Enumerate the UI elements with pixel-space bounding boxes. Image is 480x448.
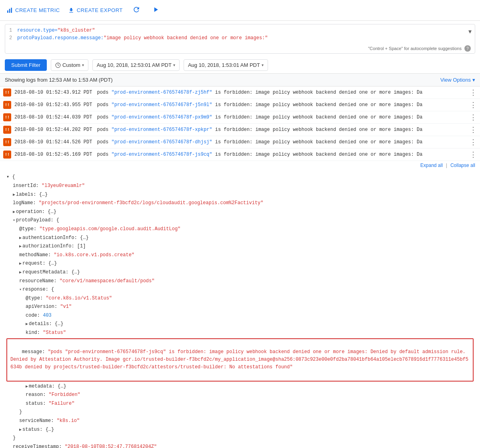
log-message: pods "prod-environment-676574678f-dhjsj"…	[97, 139, 466, 145]
toolbar: CREATE METRIC CREATE EXPORT	[0, 0, 480, 21]
json-insert-id: insertId: "l3yeu0reuamlr"	[6, 182, 474, 191]
json-status-collapsed[interactable]: ▶status: {…}	[6, 426, 474, 434]
filter-dropdown-arrow[interactable]: ▾	[468, 28, 472, 35]
json-request-collapsed[interactable]: ▶request: {…}	[6, 259, 474, 268]
chart-icon	[6, 7, 13, 14]
log-message: pods "prod-environment-676574678f-xpkpr"…	[97, 127, 466, 133]
json-labels-collapsed[interactable]: ▶labels: {…}	[6, 191, 474, 199]
refresh-icon	[132, 6, 140, 14]
filter-area: 1 resource.type="k8s_cluster" 2 protoPay…	[5, 24, 475, 54]
logs-showing-text: Showing logs from 12:53 AM to 1:53 AM (P…	[5, 77, 113, 83]
log-entry: !!2018-08-10 01:52:43.955 PDTpods "prod-…	[0, 99, 480, 111]
json-status-val: status: "Failure"	[6, 400, 474, 408]
log-timestamp: 2018-08-10 01:52:44.202 PDT	[14, 127, 92, 133]
json-kind: kind: "Status"	[6, 329, 474, 338]
json-request-metadata-collapsed[interactable]: ▶requestMetadata: {…}	[6, 268, 474, 277]
more-icon[interactable]: ⋮	[470, 88, 477, 97]
more-icon[interactable]: ⋮	[470, 100, 477, 109]
log-timestamp: 2018-08-10 01:52:45.169 PDT	[14, 152, 92, 157]
json-details-collapsed[interactable]: ▶details: {…}	[6, 320, 474, 329]
svg-rect-1	[9, 9, 10, 13]
log-message: pods "prod-environment-676574678f-j5n9l"…	[97, 102, 466, 108]
json-tree: ▾ { insertId: "l3yeu0reuamlr" ▶labels: {…	[0, 170, 480, 448]
json-operation-collapsed[interactable]: ▶operation: {…}	[6, 208, 474, 217]
json-response-open: ▾response: {	[6, 285, 474, 294]
svg-rect-2	[11, 8, 12, 13]
severity-badge: !!	[3, 113, 11, 121]
json-at-type: @type: "type.googleapis.com/google.cloud…	[6, 225, 474, 234]
autocomplete-hint: "Control + Space" for autocomplete sugge…	[5, 44, 475, 53]
view-options-button[interactable]: View Options ▾	[440, 77, 475, 83]
log-timestamp: 2018-08-10 01:52:43.955 PDT	[14, 102, 92, 108]
log-message: pods "prod-environment-676574678f-js9cq"…	[97, 152, 466, 157]
severity-badge: !!	[3, 88, 11, 96]
date-end-dropdown[interactable]: Aug 10, 2018, 1:53:01 AM PDT ▾	[184, 59, 268, 71]
json-root-open: ▾ {	[6, 173, 474, 182]
logs-header: Showing logs from 12:53 AM to 1:53 AM (P…	[0, 74, 480, 86]
json-response-close: }	[6, 408, 474, 417]
severity-badge: !!	[3, 101, 11, 109]
severity-badge: !!	[3, 138, 11, 146]
json-authz-info-collapsed[interactable]: ▶authorizationInfo: [1]	[6, 242, 474, 251]
export-icon	[68, 7, 74, 14]
create-export-button[interactable]: CREATE EXPORT	[68, 7, 123, 14]
expand-all-button[interactable]: Expand all	[420, 163, 443, 168]
controls-row: Submit Filter Custom ▾ Aug 10, 2018, 12:…	[0, 57, 480, 74]
json-api-version: apiVersion: "v1"	[6, 303, 474, 311]
play-icon	[152, 6, 160, 14]
log-entries-list: !!2018-08-10 01:52:43.912 PDTpods "prod-…	[0, 86, 480, 161]
json-reason: reason: "Forbidden"	[6, 391, 474, 400]
log-entry: !!2018-08-10 01:52:43.912 PDTpods "prod-…	[0, 86, 480, 99]
json-highlighted-message: message: "pods "prod-environment-6765746…	[6, 338, 474, 382]
json-log-name: logName: "projects/prod-environment-f3bc…	[6, 199, 474, 208]
log-entry: !!2018-08-10 01:52:44.526 PDTpods "prod-…	[0, 136, 480, 149]
refresh-button[interactable]	[131, 4, 142, 16]
severity-badge: !!	[3, 126, 11, 134]
json-response-at-type: @type: "core.k8s.io/v1.Status"	[6, 294, 474, 303]
log-timestamp: 2018-08-10 01:52:44.526 PDT	[14, 139, 92, 145]
date-start-dropdown[interactable]: Aug 10, 2018, 12:53:01 AM PDT ▾	[92, 59, 180, 71]
log-timestamp: 2018-08-10 01:52:44.039 PDT	[14, 115, 92, 120]
json-service-name: serviceName: "k8s.io"	[6, 417, 474, 426]
filter-line-2: 2 protoPayload.response.message:"image p…	[9, 34, 471, 42]
json-resource-name: resourceName: "core/v1/namespaces/defaul…	[6, 277, 474, 286]
clock-icon	[55, 62, 61, 68]
play-button[interactable]	[150, 4, 161, 16]
log-message: pods "prod-environment-676574678f-zj5hf"…	[97, 90, 466, 95]
help-icon: ?	[464, 45, 471, 52]
collapse-all-button[interactable]: Collapse all	[450, 163, 475, 168]
log-entry: !!2018-08-10 01:52:44.202 PDTpods "prod-…	[0, 124, 480, 136]
json-proto-payload-open: ▾protoPayload: {	[6, 216, 474, 225]
filter-editor[interactable]: 1 resource.type="k8s_cluster" 2 protoPay…	[5, 24, 475, 44]
severity-badge: !!	[3, 151, 11, 159]
more-icon[interactable]: ⋮	[470, 113, 477, 122]
more-icon[interactable]: ⋮	[470, 150, 477, 159]
submit-filter-button[interactable]: Submit Filter	[5, 59, 47, 71]
log-timestamp: 2018-08-10 01:52:43.912 PDT	[14, 90, 92, 95]
json-receive-timestamp: receiveTimestamp: "2018-08-10T08:52:47.7…	[6, 443, 474, 448]
custom-dropdown[interactable]: Custom ▾	[51, 59, 88, 71]
json-proto-payload-close: }	[6, 434, 474, 443]
json-code: code: 403	[6, 311, 474, 320]
log-entry: !!2018-08-10 01:52:45.169 PDTpods "prod-…	[0, 149, 480, 161]
json-auth-info-collapsed[interactable]: ▶authenticationInfo: {…}	[6, 234, 474, 243]
json-tree-header: Expand all | Collapse all	[0, 161, 480, 170]
create-metric-button[interactable]: CREATE METRIC	[6, 7, 60, 14]
svg-rect-0	[7, 10, 8, 13]
log-message: pods "prod-environment-676574678f-px9m9"…	[97, 115, 466, 120]
more-icon[interactable]: ⋮	[470, 138, 477, 147]
more-icon[interactable]: ⋮	[470, 125, 477, 134]
json-metadata-collapsed[interactable]: ▶metadata: {…}	[6, 382, 474, 391]
filter-line-1: 1 resource.type="k8s_cluster"	[9, 27, 471, 34]
json-method-name: methodName: "io.k8s.core.v1.pods.create"	[6, 251, 474, 260]
log-entry: !!2018-08-10 01:52:44.039 PDTpods "prod-…	[0, 111, 480, 124]
